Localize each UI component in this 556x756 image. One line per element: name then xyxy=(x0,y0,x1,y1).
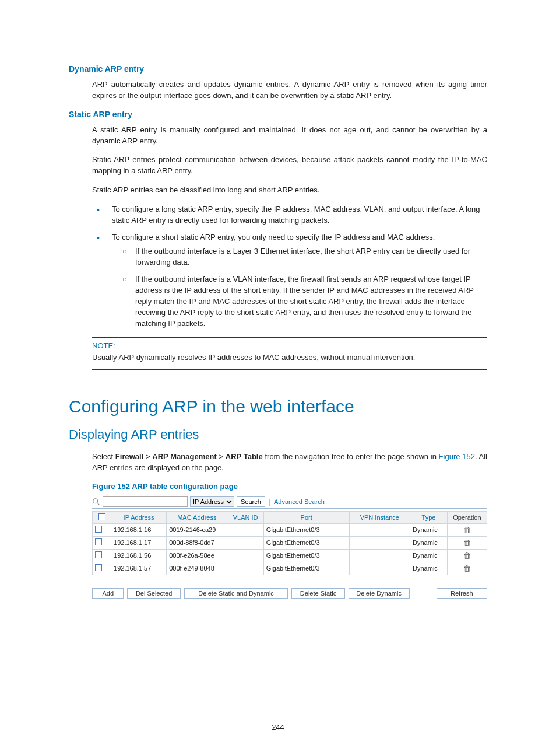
cell-port: GigabitEthernet0/3 xyxy=(263,536,349,549)
cell-vlan xyxy=(227,523,263,536)
cell-ip: 192.168.1.56 xyxy=(111,549,167,562)
trash-icon[interactable]: 🗑 xyxy=(463,551,471,560)
paragraph: Select Firewall > ARP Management > ARP T… xyxy=(92,452,487,474)
list-item: If the outbound interface is a Layer 3 E… xyxy=(125,246,487,268)
search-button[interactable]: Search xyxy=(237,496,265,507)
cell-type: Dynamic xyxy=(410,562,448,575)
list-item: To configure a short static ARP entry, y… xyxy=(106,232,487,330)
add-button[interactable]: Add xyxy=(92,588,124,598)
table-header-row: IP Address MAC Address VLAN ID Port VPN … xyxy=(93,511,487,523)
divider xyxy=(92,369,487,370)
select-all-checkbox[interactable] xyxy=(98,513,105,520)
cell-vpn xyxy=(349,536,410,549)
bullet-list: To configure a long static ARP entry, sp… xyxy=(92,204,487,329)
col-port[interactable]: Port xyxy=(263,511,349,523)
cell-mac: 000f-e249-8048 xyxy=(167,562,227,575)
figure-link[interactable]: Figure 152 xyxy=(439,452,475,461)
row-checkbox[interactable] xyxy=(95,526,102,533)
cell-ip: 192.168.1.16 xyxy=(111,523,167,536)
paragraph: ARP automatically creates and updates dy… xyxy=(92,79,487,102)
cell-ip: 192.168.1.57 xyxy=(111,562,167,575)
figure-caption: Figure 152 ARP table configuration page xyxy=(92,482,487,491)
trash-icon[interactable]: 🗑 xyxy=(463,564,471,573)
section-heading-dynamic: Dynamic ARP entry xyxy=(69,64,487,74)
row-checkbox[interactable] xyxy=(95,538,102,545)
cell-vpn xyxy=(349,549,410,562)
paragraph: Static ARP entries can be classified int… xyxy=(92,185,487,196)
svg-point-0 xyxy=(93,499,98,503)
cell-vpn xyxy=(349,562,410,575)
section-heading: Displaying ARP entries xyxy=(69,427,487,442)
col-type[interactable]: Type xyxy=(410,511,448,523)
list-item: To configure a long static ARP entry, sp… xyxy=(106,204,487,226)
delete-static-button[interactable]: Delete Static xyxy=(291,588,344,598)
note-body: Usually ARP dynamically resolves IP addr… xyxy=(92,352,487,363)
advanced-search-link[interactable]: Advanced Search xyxy=(274,498,325,505)
refresh-button[interactable]: Refresh xyxy=(437,588,487,598)
cell-type: Dynamic xyxy=(410,536,448,549)
list-item: If the outbound interface is a VLAN inte… xyxy=(125,274,487,329)
svg-line-1 xyxy=(97,503,100,505)
cell-ip: 192.168.1.17 xyxy=(111,536,167,549)
col-mac[interactable]: MAC Address xyxy=(167,511,227,523)
divider: | xyxy=(269,498,270,506)
cell-mac: 0019-2146-ca29 xyxy=(167,523,227,536)
row-checkbox[interactable] xyxy=(95,551,102,558)
page-title: Configuring ARP in the web interface xyxy=(69,397,487,416)
divider xyxy=(92,337,487,338)
search-bar: IP Address Search | Advanced Search xyxy=(92,495,487,509)
cell-type: Dynamic xyxy=(410,549,448,562)
col-ip[interactable]: IP Address xyxy=(111,511,167,523)
trash-icon[interactable]: 🗑 xyxy=(463,526,471,534)
cell-type: Dynamic xyxy=(410,523,448,536)
paragraph: Static ARP entries protect communication… xyxy=(92,155,487,177)
col-vpn[interactable]: VPN Instance xyxy=(349,511,410,523)
cell-port: GigabitEthernet0/3 xyxy=(263,523,349,536)
table-row: 192.168.1.160019-2146-ca29GigabitEtherne… xyxy=(93,523,487,536)
paragraph: A static ARP entry is manually configure… xyxy=(92,125,487,147)
search-icon xyxy=(92,498,100,506)
arp-table: IP Address MAC Address VLAN ID Port VPN … xyxy=(92,511,487,575)
delete-static-dynamic-button[interactable]: Delete Static and Dynamic xyxy=(184,588,288,598)
cell-port: GigabitEthernet0/3 xyxy=(263,549,349,562)
cell-mac: 000f-e26a-58ee xyxy=(167,549,227,562)
page-number: 244 xyxy=(0,723,556,732)
cell-port: GigabitEthernet0/3 xyxy=(263,562,349,575)
table-row: 192.168.1.17000d-88f8-0dd7GigabitEtherne… xyxy=(93,536,487,549)
delete-dynamic-button[interactable]: Delete Dynamic xyxy=(349,588,410,598)
col-operation: Operation xyxy=(447,511,487,523)
row-checkbox[interactable] xyxy=(95,564,102,571)
section-heading-static: Static ARP entry xyxy=(69,110,487,119)
cell-vlan xyxy=(227,562,263,575)
sub-list: If the outbound interface is a Layer 3 E… xyxy=(125,246,487,329)
note-label: NOTE: xyxy=(92,341,487,350)
search-field-select[interactable]: IP Address xyxy=(190,496,234,507)
button-row: Add Del Selected Delete Static and Dynam… xyxy=(92,588,487,598)
cell-vlan xyxy=(227,549,263,562)
delete-selected-button[interactable]: Del Selected xyxy=(127,588,180,598)
table-row: 192.168.1.56000f-e26a-58eeGigabitEtherne… xyxy=(93,549,487,562)
table-row: 192.168.1.57000f-e249-8048GigabitEtherne… xyxy=(93,562,487,575)
cell-vpn xyxy=(349,523,410,536)
cell-vlan xyxy=(227,536,263,549)
cell-mac: 000d-88f8-0dd7 xyxy=(167,536,227,549)
arp-table-ui: IP Address Search | Advanced Search IP A… xyxy=(92,495,487,598)
trash-icon[interactable]: 🗑 xyxy=(463,538,471,547)
search-input[interactable] xyxy=(103,496,188,507)
col-vlan[interactable]: VLAN ID xyxy=(227,511,263,523)
